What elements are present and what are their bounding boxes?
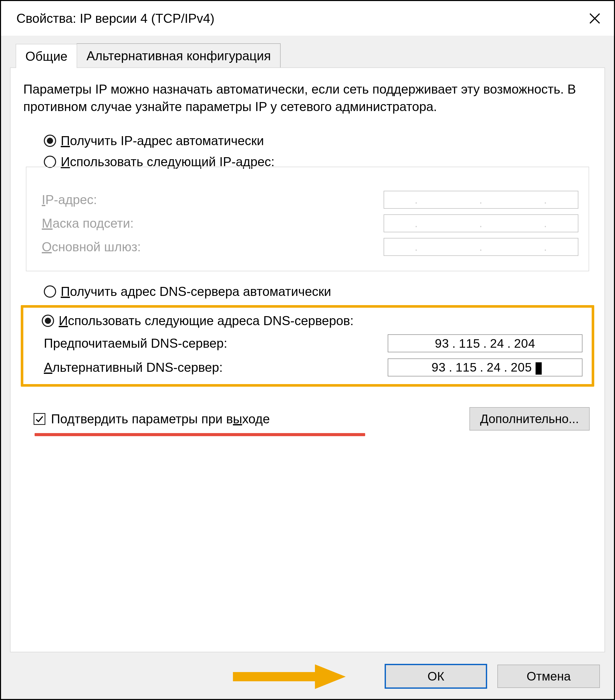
input-default-gateway: ... <box>384 238 578 256</box>
dns-highlight-box: Использовать следующие адреса DNS-сервер… <box>21 305 594 387</box>
field-row-preferred-dns: Предпочитаемый DNS-сервер: 93.115.24.204 <box>44 334 582 352</box>
label-default-gateway: Основной шлюз: <box>42 239 384 254</box>
preferred-dns-value: 93.115.24.204 <box>432 336 538 350</box>
svg-rect-2 <box>233 672 315 681</box>
field-row-ip: IP-адрес: ... <box>42 191 578 209</box>
alternate-dns-value: 93.115.24.205 <box>428 360 542 374</box>
dialog-button-bar: ОК Отмена <box>10 664 605 689</box>
red-underline-annotation <box>35 433 365 436</box>
text-cursor <box>536 362 542 375</box>
client-area: Общие Альтернативная конфигурация Параме… <box>1 36 614 699</box>
tabstrip: Общие Альтернативная конфигурация <box>16 43 605 67</box>
radio-row-dns-manual[interactable]: Использовать следующие адреса DNS-сервер… <box>42 313 582 328</box>
checkbox-validate-label: Подтвердить параметры при выходе <box>51 412 470 426</box>
window-title: Свойства: IP версии 4 (TCP/IPv4) <box>16 11 583 26</box>
radio-ip-auto-label: Получить IP-адрес автоматически <box>61 133 264 148</box>
input-alternate-dns[interactable]: 93.115.24.205 <box>388 359 582 376</box>
advanced-button[interactable]: Дополнительно... <box>470 407 590 430</box>
input-subnet-mask: ... <box>384 214 578 232</box>
intro-text: Параметры IP можно назначать автоматичес… <box>23 81 592 115</box>
close-button[interactable] <box>583 7 606 30</box>
field-row-mask: Маска подсети: ... <box>42 214 578 232</box>
radio-row-ip-auto[interactable]: Получить IP-адрес автоматически <box>44 133 592 148</box>
cancel-button[interactable]: Отмена <box>497 665 600 688</box>
tab-page-general: Параметры IP можно назначать автоматичес… <box>10 67 605 652</box>
radio-dns-manual-label: Использовать следующие адреса DNS-сервер… <box>59 313 354 328</box>
svg-marker-3 <box>315 664 346 689</box>
checkbox-validate-on-exit[interactable] <box>34 413 46 425</box>
field-row-gateway: Основной шлюз: ... <box>42 238 578 256</box>
label-preferred-dns: Предпочитаемый DNS-сервер: <box>44 336 388 351</box>
tab-alternate[interactable]: Альтернативная конфигурация <box>77 43 281 67</box>
close-icon <box>588 12 601 25</box>
radio-dns-auto[interactable] <box>44 285 56 298</box>
arrow-annotation <box>233 662 346 691</box>
input-ip-address: ... <box>384 191 578 209</box>
check-icon <box>35 415 44 423</box>
footer-row: Подтвердить параметры при выходе Дополни… <box>34 407 590 430</box>
ip-fields-group: IP-адрес: ... Маска подсети: ... Основно… <box>26 167 589 271</box>
radio-dns-manual[interactable] <box>42 315 54 327</box>
radio-row-dns-auto[interactable]: Получить адрес DNS-сервера автоматически <box>44 284 592 299</box>
radio-ip-auto[interactable] <box>44 135 56 147</box>
radio-dns-auto-label: Получить адрес DNS-сервера автоматически <box>61 284 331 299</box>
tab-general[interactable]: Общие <box>16 44 77 68</box>
input-preferred-dns[interactable]: 93.115.24.204 <box>388 334 582 352</box>
ok-button[interactable]: ОК <box>385 664 487 689</box>
label-alternate-dns: Альтернативный DNS-сервер: <box>44 360 388 375</box>
label-ip-address: IP-адрес: <box>42 192 384 207</box>
arrow-right-icon <box>233 662 346 690</box>
dialog-window: Свойства: IP версии 4 (TCP/IPv4) Общие А… <box>0 0 615 700</box>
field-row-alternate-dns: Альтернативный DNS-сервер: 93.115.24.205 <box>44 359 582 376</box>
label-subnet-mask: Маска подсети: <box>42 216 384 231</box>
titlebar: Свойства: IP версии 4 (TCP/IPv4) <box>1 1 614 36</box>
radio-ip-manual[interactable] <box>44 155 56 168</box>
